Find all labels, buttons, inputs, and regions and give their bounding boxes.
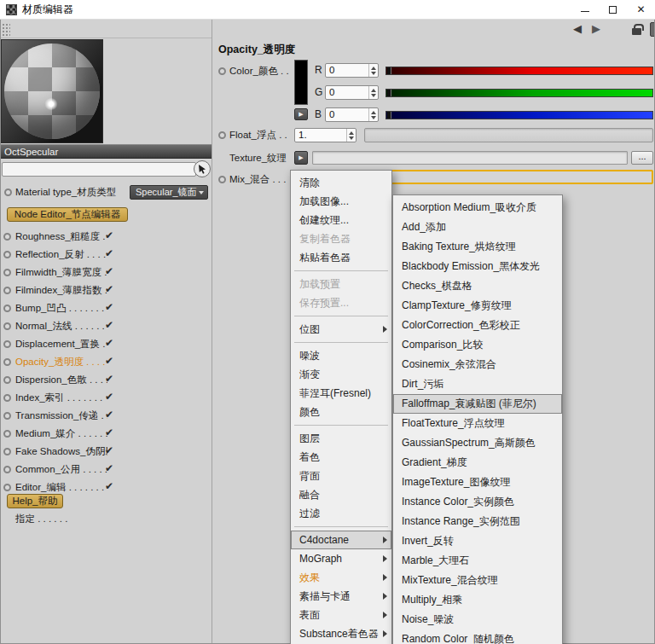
submenu-item-4[interactable]: Checks_棋盘格 (393, 276, 562, 296)
menu-item-mograph[interactable]: MoGraph (291, 549, 391, 568)
submenu-item-5[interactable]: ClampTexture_修剪纹理 (393, 296, 562, 316)
channel-item-fake-shadows[interactable]: Fake Shadows_伪阴影 .✔ (3, 443, 210, 461)
float-slider[interactable] (364, 128, 653, 142)
param-circle-icon[interactable] (3, 251, 11, 258)
param-circle-icon[interactable] (3, 466, 11, 473)
b-value-spinner[interactable]: 0 (325, 107, 379, 122)
checkbox-checked-icon[interactable]: ✔ (105, 265, 113, 277)
submenu-item-10[interactable]: Falloffmap_衰减贴图 (菲尼尔) (393, 394, 562, 414)
spinner-arrows-icon[interactable] (368, 108, 378, 121)
menu-item-fresnel[interactable]: 菲涅耳(Fresnel) (291, 384, 391, 403)
channel-item-filmwidth[interactable]: Filmwidth_薄膜宽度 . .✔ (3, 264, 210, 281)
channel-item-transmission[interactable]: Transmission_传递 . . .✔ (3, 407, 210, 425)
submenu-item-0[interactable]: Absorption Medium_吸收介质 (393, 198, 562, 218)
menu-item-sketch-toon[interactable]: 素描与卡通 (291, 587, 391, 606)
texture-expand-button[interactable]: ▶ (294, 151, 308, 165)
channel-item-dispersion[interactable]: Dispersion_色散 . . . .✔ (3, 371, 210, 389)
menu-item-color[interactable]: 颜色 (291, 403, 391, 421)
red-gradient-slider[interactable] (385, 67, 653, 75)
param-circle-icon[interactable] (3, 484, 11, 491)
checkbox-checked-icon[interactable]: ✔ (105, 319, 113, 331)
param-circle-icon[interactable] (3, 322, 11, 330)
channel-item-medium[interactable]: Medium_媒介 . . . . . .✔ (3, 425, 210, 443)
submenu-item-1[interactable]: Add_添加 (393, 218, 562, 237)
menu-item-gradient[interactable]: 渐变 (291, 365, 391, 384)
texture-link-field[interactable] (312, 151, 628, 165)
menu-item-backface[interactable]: 背面 (291, 467, 391, 485)
menu-item-bitmap[interactable]: 位图 (291, 320, 391, 339)
material-preview[interactable] (1, 39, 103, 143)
menu-item-layer[interactable]: 图层 (291, 429, 391, 448)
node-editor-button[interactable]: Node Editor_节点编辑器 (7, 207, 128, 222)
submenu-item-8[interactable]: Cosinemix_余弦混合 (393, 355, 562, 374)
spinner-arrows-icon[interactable] (368, 64, 378, 77)
menu-item-surfaces[interactable]: 表面 (291, 606, 391, 624)
close-button[interactable]: ✕ (627, 0, 655, 19)
checkbox-checked-icon[interactable]: ✔ (105, 391, 113, 403)
submenu-item-2[interactable]: Baking Texture_烘焙纹理 (393, 237, 562, 257)
submenu-item-15[interactable]: Instance Color_实例颜色 (393, 492, 562, 512)
channel-item-bump[interactable]: Bump_凹凸 . . . . . . .✔ (3, 299, 210, 317)
submenu-item-20[interactable]: Multiply_相乘 (393, 590, 562, 610)
checkbox-checked-icon[interactable]: ✔ (105, 337, 113, 349)
mix-slider-highlighted[interactable] (358, 170, 653, 184)
texture-browse-button[interactable]: ... (631, 151, 653, 165)
submenu-item-17[interactable]: Invert_反转 (393, 531, 562, 551)
param-circle-icon[interactable] (218, 131, 226, 139)
param-circle-icon[interactable] (4, 189, 12, 196)
checkbox-checked-icon[interactable]: ✔ (105, 283, 113, 295)
param-circle-icon[interactable] (3, 412, 11, 420)
checkbox-checked-icon[interactable]: ✔ (105, 229, 113, 241)
param-circle-icon[interactable] (3, 448, 11, 455)
submenu-item-6[interactable]: ColorCorrection_色彩校正 (393, 316, 562, 335)
checkbox-checked-icon[interactable]: ✔ (105, 301, 113, 313)
help-button[interactable]: Help_帮助 (7, 494, 63, 508)
menu-item-paste-shader[interactable]: 粘贴着色器 (291, 248, 391, 267)
checkbox-checked-icon[interactable]: ✔ (105, 462, 113, 474)
menu-item-colorize[interactable]: 着色 (291, 448, 391, 467)
param-circle-icon[interactable] (3, 340, 11, 348)
panel-grip-handle[interactable] (2, 23, 10, 37)
param-circle-icon[interactable] (3, 376, 11, 384)
blue-gradient-slider[interactable] (385, 111, 653, 119)
param-circle-icon[interactable] (218, 176, 226, 183)
menu-item-fusion[interactable]: 融合 (291, 485, 391, 504)
submenu-item-18[interactable]: Marble_大理石 (393, 551, 562, 571)
channel-item-roughness[interactable]: Roughness_粗糙度 . . .✔ (3, 228, 210, 246)
channel-item-displacement[interactable]: Displacement_置换 . .✔ (3, 335, 210, 353)
channel-item-filmindex[interactable]: Filmindex_薄膜指数 . .✔ (3, 281, 210, 299)
submenu-item-3[interactable]: Blackbody Emission_黑体发光 (393, 257, 562, 276)
param-circle-icon[interactable] (218, 67, 226, 75)
checkbox-checked-icon[interactable]: ✔ (105, 247, 113, 259)
checkbox-checked-icon[interactable]: ✔ (105, 480, 113, 492)
material-type-dropdown[interactable]: Specular_镜面 (130, 185, 208, 200)
history-back-button[interactable]: ◀ (573, 22, 582, 36)
param-circle-icon[interactable] (3, 394, 11, 402)
float-value-spinner[interactable]: 1. (294, 128, 356, 142)
param-circle-icon[interactable] (3, 287, 11, 294)
minimize-button[interactable] (571, 0, 599, 19)
checkbox-checked-icon[interactable]: ✔ (105, 409, 113, 421)
history-forward-button[interactable]: ▶ (592, 22, 600, 36)
submenu-item-13[interactable]: Gradient_梯度 (393, 453, 562, 473)
color-swatch[interactable] (294, 60, 308, 105)
submenu-item-7[interactable]: Comparison_比较 (393, 335, 562, 355)
channel-item-opacity[interactable]: Opacity_透明度 . . . .✔ (3, 353, 210, 371)
maximize-button[interactable] (599, 0, 627, 19)
menu-item-clear[interactable]: 清除 (291, 173, 391, 192)
channel-item-reflection[interactable]: Reflection_反射 . . . . .✔ (3, 246, 210, 264)
param-circle-icon[interactable] (3, 233, 11, 241)
checkbox-checked-icon[interactable]: ✔ (105, 444, 113, 456)
menu-item-substance[interactable]: Substance着色器 (291, 624, 391, 643)
menu-item-c4doctane[interactable]: C4doctane (291, 531, 391, 549)
channel-item-index[interactable]: Index_索引 . . . . . . .✔ (3, 389, 210, 407)
submenu-item-14[interactable]: ImageTexture_图像纹理 (393, 473, 562, 492)
param-circle-icon[interactable] (3, 269, 11, 276)
spinner-arrows-icon[interactable] (368, 86, 378, 99)
channel-item-normal[interactable]: Normal_法线 . . . . . .✔ (3, 317, 210, 335)
g-value-spinner[interactable]: 0 (325, 85, 379, 100)
submenu-item-21[interactable]: Noise_噪波 (393, 610, 562, 629)
menu-item-noise[interactable]: 噪波 (291, 346, 391, 365)
submenu-item-11[interactable]: FloatTexture_浮点纹理 (393, 414, 562, 433)
submenu-item-22[interactable]: Random Color_随机颜色 (393, 629, 562, 644)
